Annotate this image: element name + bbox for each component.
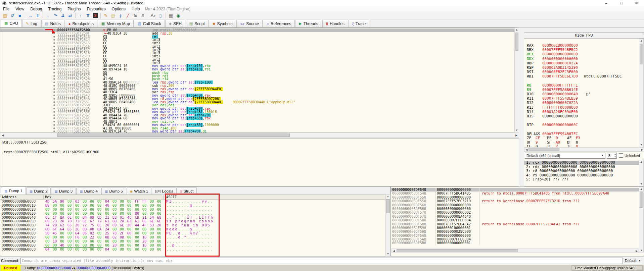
stack-panel[interactable]: 00000000006DF540000000000000000000000000… (390, 186, 644, 256)
scroll-left-arrow-icon[interactable]: ◀ (1, 134, 4, 137)
register-row[interactable]: R1200000000000C022A (524, 101, 640, 105)
stack-vertical-scrollbar[interactable]: ▲ ▼ (639, 187, 644, 253)
breakpoint-gutter[interactable] (0, 58, 57, 61)
breakpoint-dot-icon[interactable] (53, 72, 55, 73)
animate-over-icon[interactable]: ⇄ (67, 12, 74, 19)
breakpoint-gutter[interactable] (0, 48, 57, 52)
breakpoint-dot-icon[interactable] (53, 68, 55, 70)
animate-into-icon[interactable]: ⇊ (59, 12, 66, 19)
breakpoint-gutter[interactable] (0, 84, 57, 88)
flags-row[interactable]: ZFCFPF0AFE3 (524, 136, 640, 141)
breakpoint-dot-icon[interactable] (53, 114, 55, 116)
breakpoint-gutter[interactable] (0, 55, 57, 58)
breakpoint-gutter[interactable] (0, 123, 57, 127)
breakpoint-dot-icon[interactable] (53, 78, 55, 80)
registers-horizontal-scrollbar[interactable]: ◀ ▶ (524, 147, 644, 152)
flags-row[interactable]: OF9SFA0DF0 (524, 141, 640, 145)
scylla-icon[interactable]: S (93, 13, 98, 18)
stack-row[interactable]: 00000000006DF55800007FFF57EC321Dreturn t… (391, 199, 644, 203)
breakpoint-gutter[interactable] (0, 130, 57, 133)
breakpoint-gutter[interactable] (0, 117, 57, 120)
breakpoint-dot-icon[interactable] (53, 98, 55, 100)
tab-dump-3[interactable]: ▦Dump 3 (51, 187, 76, 195)
table-icon[interactable]: ▦ (168, 12, 174, 19)
breakpoint-dot-icon[interactable] (53, 36, 55, 38)
stepper-arrows-icon[interactable]: ▲▼ (614, 153, 616, 158)
tab-log[interactable]: ✎Log (22, 20, 41, 27)
checkbox-icon[interactable] (619, 153, 623, 158)
globe-icon[interactable]: ◉ (175, 12, 182, 19)
stack-row[interactable]: 00000000006DF5A8000000007FFE0384 (391, 237, 644, 241)
az-icon[interactable]: Az (150, 12, 156, 19)
breakpoint-gutter[interactable] (0, 45, 57, 48)
highlight-icon[interactable]: ╱ (125, 12, 131, 19)
arg-count-stepper[interactable]: 5 ▲▼ (607, 153, 617, 159)
arguments-vertical-scrollbar[interactable]: ▲ ▼ (639, 160, 644, 186)
menu-item-file[interactable]: File (0, 7, 12, 11)
register-row[interactable]: R800000000FFFFFFFE (524, 83, 640, 88)
register-row[interactable]: RBP00000000000C022A (524, 61, 640, 65)
breakpoint-gutter[interactable] (0, 35, 57, 39)
register-row[interactable] (524, 118, 640, 123)
register-row[interactable]: R13FFFFFFFF00000000 (524, 105, 640, 110)
minimize-button[interactable]: – (599, 0, 614, 6)
tab-dump-5[interactable]: ▦Dump 5 (101, 187, 126, 195)
register-row[interactable]: R1100007FFF554BEB59 (524, 96, 640, 101)
register-row[interactable]: RSP000002A0D2145390 (524, 65, 640, 70)
breakpoint-dot-icon[interactable] (53, 101, 55, 103)
menu-item-debug[interactable]: Debug (27, 7, 45, 11)
call-arguments-list[interactable]: 1: rcx 0000000000000000 0000000000000000… (524, 160, 640, 186)
disassembly-panel[interactable]: 00007FFF5BCF250D∨┌EB 00jmp ntdll.7FFF5BC… (0, 28, 519, 133)
breakpoint-gutter[interactable] (0, 64, 57, 68)
stack-row[interactable]: 00000000006DF580000000007FFE0384 (391, 218, 644, 222)
breakpoint-gutter[interactable] (0, 71, 57, 74)
scroll-up-arrow-icon[interactable]: ▲ (515, 29, 519, 31)
breakpoint-gutter[interactable] (0, 97, 57, 101)
breakpoint-gutter[interactable] (0, 74, 57, 78)
tab-script[interactable]: ▤Script (186, 20, 209, 27)
breakpoint-dot-icon[interactable] (53, 65, 55, 67)
stop-icon[interactable]: ■ (16, 12, 23, 19)
breakpoint-gutter[interactable] (0, 110, 57, 114)
breakpoint-dot-icon[interactable] (53, 46, 55, 47)
tab-source[interactable]: <>Source (236, 20, 263, 27)
register-row[interactable]: RSI000000EB2EC3F800 (524, 70, 640, 74)
dump-to-link[interactable]: 0000000000860000 (77, 266, 110, 270)
breakpoint-dot-icon[interactable] (53, 121, 55, 122)
stack-row[interactable]: 00000000006DF5680000000000000000 (391, 207, 644, 211)
memory-window-icon[interactable]: ▯ (157, 12, 164, 19)
scroll-down-arrow-icon[interactable]: ▼ (515, 129, 519, 132)
patch-icon[interactable]: ✎ (102, 12, 109, 19)
disasm-row[interactable]: 00007FFF5BCF258266:897C24 70mov word ptr… (0, 130, 519, 133)
breakpoint-dot-icon[interactable] (53, 82, 55, 83)
breakpoint-dot-icon[interactable] (53, 130, 55, 132)
register-row[interactable]: RFLAGS00007FFF554B87FC (524, 132, 640, 136)
calculator-fx-icon[interactable]: fx (132, 12, 139, 19)
breakpoint-dot-icon[interactable] (53, 104, 55, 106)
stack-row[interactable]: 00000000006DF5900000000100000001 (391, 226, 644, 230)
step-into-icon[interactable]: ↓ (45, 12, 51, 19)
breakpoint-gutter[interactable] (0, 127, 57, 130)
stack-row[interactable]: 00000000006DF57800000000008A4640 (391, 215, 644, 218)
breakpoint-gutter[interactable] (0, 101, 57, 104)
tab-breakpoints[interactable]: ●Breakpoints (65, 20, 97, 27)
hash-icon[interactable]: # (139, 12, 146, 19)
flags-row[interactable]: CF0TF2IF0 (524, 145, 640, 147)
breakpoint-dot-icon[interactable] (53, 88, 55, 90)
breakpoint-dot-icon[interactable] (53, 108, 55, 109)
register-row[interactable]: R100000000000000040'@' (524, 92, 640, 96)
dump-vertical-scrollbar[interactable]: ▲ ▼ (385, 194, 390, 256)
register-row[interactable] (524, 79, 640, 83)
register-row[interactable]: RDI00007FFF5BC6E7D0ntdll.00007FFF5BC (524, 74, 640, 78)
breakpoint-gutter[interactable] (0, 88, 57, 91)
registers-vertical-scrollbar[interactable]: ▲ ▼ (639, 39, 644, 147)
stack-horizontal-scrollbar[interactable]: ◀ ▶ (392, 249, 639, 253)
disasm-horizontal-scrollbar[interactable]: ◀ ▶ (0, 133, 519, 138)
disasm-vertical-scrollbar[interactable]: ▲ ▼ (514, 28, 519, 133)
breakpoint-gutter[interactable] (0, 107, 57, 110)
tab-symbols[interactable]: ◆Symbols (209, 20, 236, 27)
tab-memory-map[interactable]: ▦Memory Map (98, 20, 134, 27)
tab-dump-1[interactable]: ▦Dump 1 (1, 187, 26, 195)
tab-dump-2[interactable]: ▦Dump 2 (26, 187, 51, 195)
registers-panel[interactable]: Hide FPU RAX000000EB00000000RBX00007FFF5… (524, 32, 644, 186)
